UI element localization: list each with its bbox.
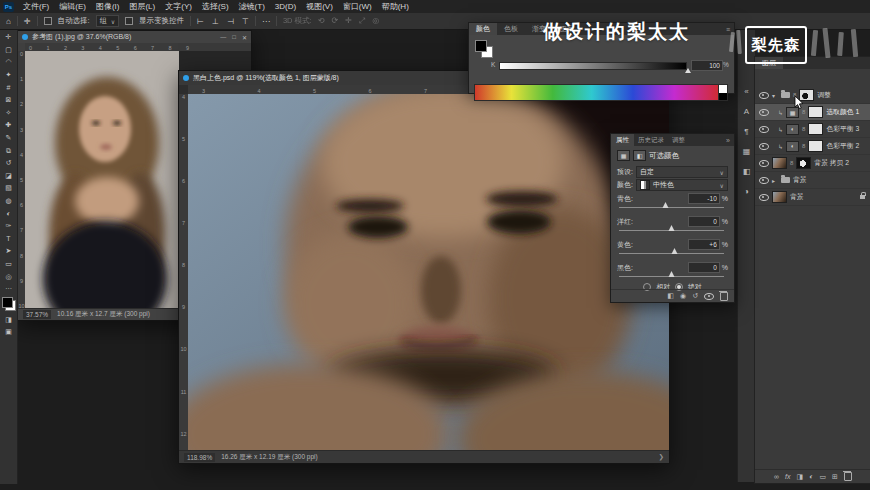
paragraph-panel-icon[interactable]: ¶ bbox=[744, 127, 748, 136]
screen-mode-icon[interactable]: ▣ bbox=[2, 326, 15, 339]
doc2-zoom-level[interactable]: 118.98% bbox=[184, 453, 215, 462]
new-adjustment-layer-icon[interactable]: ◐ bbox=[809, 473, 813, 480]
menu-item[interactable]: 图层(L) bbox=[124, 0, 160, 13]
layer-row-background-copy-2[interactable]: 8 背景 拷贝 2 bbox=[755, 155, 870, 172]
blur-tool[interactable]: ◍ bbox=[2, 195, 15, 208]
tab-adjustments[interactable]: 调整 bbox=[668, 134, 689, 146]
visibility-eye-icon[interactable] bbox=[759, 160, 769, 167]
properties-panel-icon[interactable]: ▦ bbox=[743, 147, 751, 156]
auto-select-checkbox[interactable] bbox=[44, 17, 52, 25]
visibility-eye-icon[interactable] bbox=[759, 92, 769, 99]
auto-select-dropdown[interactable]: 组∨ bbox=[96, 15, 119, 27]
view-previous-state-icon[interactable]: ◉ bbox=[680, 292, 686, 300]
layer-mask-thumbnail[interactable] bbox=[796, 157, 811, 169]
minimize-button[interactable]: — bbox=[220, 34, 226, 41]
marquee-tool[interactable]: ▢ bbox=[2, 44, 15, 57]
layer-label[interactable]: 背景 拷贝 2 bbox=[814, 158, 849, 168]
magenta-value-box[interactable]: 0 bbox=[688, 216, 720, 227]
lasso-tool[interactable]: ◠ bbox=[2, 56, 15, 69]
clip-to-layer-icon[interactable]: ◧ bbox=[667, 292, 674, 300]
mask-link-icon[interactable]: 8 bbox=[790, 160, 793, 166]
layer-row-background[interactable]: 背景 bbox=[755, 189, 870, 206]
layer-mask-thumbnail[interactable] bbox=[808, 106, 823, 118]
edit-toolbar-icon[interactable]: ⋯ bbox=[2, 283, 15, 296]
pen-tool[interactable]: ✑ bbox=[2, 220, 15, 233]
layer-row-group-adjust[interactable]: ▾ 8 调整 bbox=[755, 87, 870, 104]
path-select-tool[interactable]: ➤ bbox=[2, 245, 15, 258]
info-panel-icon[interactable]: ◧ bbox=[743, 167, 751, 176]
brush-tool[interactable]: ✎ bbox=[2, 132, 15, 145]
layer-row-color-balance-3[interactable]: ↳ ◐ 8 色彩平衡 3 bbox=[755, 121, 870, 138]
history-brush-tool[interactable]: ↺ bbox=[2, 157, 15, 170]
add-mask-icon[interactable]: ◨ bbox=[797, 473, 804, 481]
layer-row-selective-color[interactable]: ↳ ▦ 8 选取颜色 1 bbox=[755, 104, 870, 121]
cyan-value-box[interactable]: -10 bbox=[688, 193, 720, 204]
layer-label[interactable]: 调整 bbox=[817, 90, 831, 100]
layer-label[interactable]: 背景 bbox=[790, 192, 804, 202]
menu-item[interactable]: 文件(F) bbox=[18, 0, 54, 13]
menu-item[interactable]: 文字(Y) bbox=[160, 0, 197, 13]
k-value-box[interactable]: 100 bbox=[691, 60, 723, 71]
close-button[interactable]: ✕ bbox=[242, 34, 247, 41]
visibility-eye-icon[interactable] bbox=[759, 143, 769, 150]
gradient-tool[interactable]: ▧ bbox=[2, 182, 15, 195]
layer-mask-thumbnail[interactable] bbox=[808, 123, 823, 135]
link-layers-icon[interactable]: ∞ bbox=[774, 473, 779, 480]
delete-adjustment-icon[interactable] bbox=[720, 292, 728, 301]
adjustments-panel-icon[interactable]: ◑ bbox=[744, 187, 749, 196]
delete-layer-icon[interactable] bbox=[844, 472, 852, 481]
cyan-slider-track[interactable] bbox=[619, 207, 724, 208]
magenta-slider-thumb[interactable] bbox=[668, 225, 674, 231]
crop-tool[interactable]: # bbox=[2, 81, 15, 94]
k-slider[interactable] bbox=[499, 62, 687, 70]
layer-row-color-balance-2[interactable]: ↳ ◐ 8 色彩平衡 2 bbox=[755, 138, 870, 155]
color-spectrum-ramp[interactable] bbox=[474, 84, 719, 101]
black-slider-thumb[interactable] bbox=[668, 271, 674, 277]
tab-history[interactable]: 历史记录 bbox=[634, 134, 668, 146]
eraser-tool[interactable]: ◪ bbox=[2, 170, 15, 183]
layer-label[interactable]: 色彩平衡 2 bbox=[826, 141, 859, 151]
tab-swatches[interactable]: 色板 bbox=[497, 23, 525, 35]
cyan-slider-thumb[interactable] bbox=[663, 202, 669, 208]
color-swatches[interactable] bbox=[2, 297, 16, 311]
shape-tool[interactable]: ▭ bbox=[2, 258, 15, 271]
menu-item[interactable]: 视图(V) bbox=[301, 0, 338, 13]
magenta-slider-track[interactable] bbox=[619, 230, 724, 231]
more-options-icon[interactable]: ⋯ bbox=[262, 17, 270, 26]
toggle-visibility-icon[interactable] bbox=[704, 293, 714, 300]
doc1-zoom-level[interactable]: 37.57% bbox=[23, 310, 51, 319]
menu-item[interactable]: 3D(D) bbox=[270, 0, 301, 13]
collapse-panels-icon[interactable]: « bbox=[744, 87, 748, 96]
yellow-value-box[interactable]: +6 bbox=[688, 239, 720, 250]
foreground-color-swatch[interactable] bbox=[2, 297, 13, 308]
frame-tool[interactable]: ⊠ bbox=[2, 94, 15, 107]
home-icon[interactable]: ⌂ bbox=[6, 17, 11, 26]
layer-effects-icon[interactable]: fx bbox=[785, 473, 790, 480]
maximize-button[interactable]: □ bbox=[232, 34, 236, 41]
black-value-box[interactable]: 0 bbox=[688, 262, 720, 273]
mask-link-icon[interactable]: 8 bbox=[802, 143, 805, 149]
layer-thumbnail[interactable] bbox=[772, 191, 787, 203]
group-expand-icon[interactable]: ▾ bbox=[772, 92, 778, 99]
layer-thumbnail[interactable] bbox=[772, 157, 787, 169]
visibility-eye-icon[interactable] bbox=[759, 109, 769, 116]
zoom-tool[interactable]: ◎ bbox=[2, 270, 15, 283]
reset-adjustment-icon[interactable]: ↺ bbox=[692, 292, 698, 300]
group-expand-icon[interactable]: ▸ bbox=[772, 177, 778, 184]
quick-select-tool[interactable]: ✦ bbox=[2, 69, 15, 82]
move-tool[interactable]: ✛ bbox=[2, 31, 15, 44]
menu-item[interactable]: 窗口(W) bbox=[338, 0, 377, 13]
layer-row-group-background[interactable]: ▸ 背景 bbox=[755, 172, 870, 189]
spectrum-bw-swatches[interactable] bbox=[718, 84, 728, 101]
mask-link-icon[interactable]: 8 bbox=[802, 126, 805, 132]
align-vertical-centers-icon[interactable]: ⊥ bbox=[212, 17, 219, 26]
tab-overflow-icon[interactable]: » bbox=[722, 134, 734, 146]
yellow-slider-track[interactable] bbox=[619, 253, 724, 254]
yellow-slider-thumb[interactable] bbox=[671, 248, 677, 254]
menu-item[interactable]: 帮助(H) bbox=[377, 0, 414, 13]
character-panel-icon[interactable]: A bbox=[744, 107, 749, 116]
align-right-edges-icon[interactable]: ⊣ bbox=[227, 17, 234, 26]
visibility-eye-icon[interactable] bbox=[759, 126, 769, 133]
healing-brush-tool[interactable]: ✚ bbox=[2, 119, 15, 132]
doc1-title-bar[interactable]: 参考图 (1).jpg @ 37.6%(RGB/8) — □ ✕ bbox=[18, 31, 251, 43]
